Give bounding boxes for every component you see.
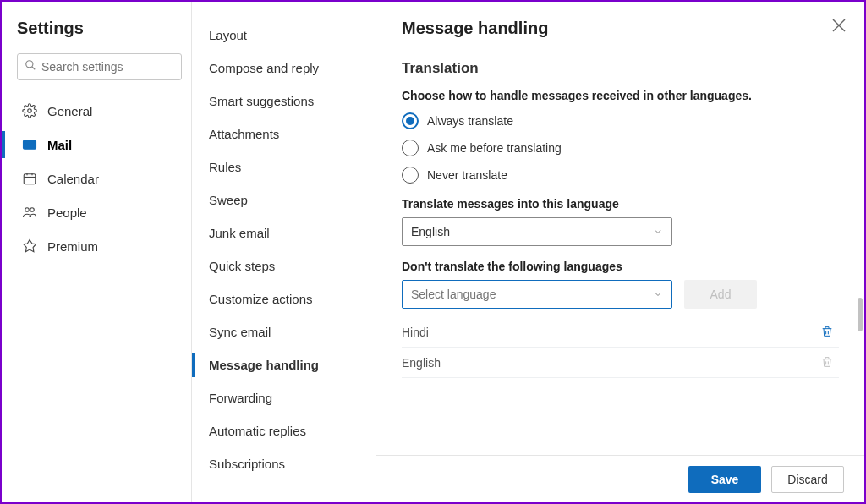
pane-footer: Save Discard — [376, 455, 864, 502]
scrollbar[interactable] — [858, 298, 863, 331]
radio-label: Never translate — [427, 168, 507, 182]
nav-general[interactable]: General — [17, 94, 183, 128]
close-button[interactable] — [832, 19, 846, 32]
nav-label: Mail — [47, 138, 72, 152]
search-input[interactable] — [41, 60, 174, 74]
chevron-down-icon — [653, 289, 663, 299]
sub-message-handling[interactable]: Message handling — [199, 348, 370, 381]
delete-language-button[interactable] — [820, 325, 834, 340]
sub-subscriptions[interactable]: Subscriptions — [199, 447, 370, 480]
add-language-button[interactable]: Add — [684, 280, 757, 309]
sub-junk-email[interactable]: Junk email — [199, 216, 370, 249]
settings-sidebar: Settings General Mail Calendar People Pr… — [2, 2, 192, 502]
language-name: Hindi — [402, 326, 429, 339]
sub-rules[interactable]: Rules — [199, 151, 370, 184]
sub-quick-steps[interactable]: Quick steps — [199, 249, 370, 282]
delete-language-button[interactable] — [820, 355, 834, 370]
content-pane: Message handling Translation Choose how … — [376, 2, 864, 502]
search-settings-field[interactable] — [17, 53, 182, 80]
sub-attachments[interactable]: Attachments — [199, 118, 370, 151]
nav-premium[interactable]: Premium — [17, 229, 183, 263]
nav-label: People — [47, 205, 87, 220]
svg-point-9 — [30, 208, 35, 212]
language-name: English — [402, 356, 441, 370]
translation-instructions: Choose how to handle messages received i… — [402, 89, 839, 102]
sub-automatic-replies[interactable]: Automatic replies — [199, 414, 370, 447]
radio-ask-before[interactable]: Ask me before translating — [402, 140, 839, 156]
list-item: Hindi — [402, 317, 839, 348]
list-item: English — [402, 348, 839, 378]
excluded-languages-list: Hindi English — [402, 317, 839, 378]
sub-sweep[interactable]: Sweep — [199, 184, 370, 216]
search-icon — [25, 59, 36, 74]
save-button[interactable]: Save — [688, 466, 761, 493]
nav-people[interactable]: People — [17, 195, 183, 229]
radio-icon — [402, 167, 419, 184]
sub-smart-suggestions[interactable]: Smart suggestions — [199, 85, 370, 118]
svg-point-2 — [28, 109, 32, 113]
dont-translate-label: Don't translate the following languages — [402, 260, 839, 273]
dropdown-value: English — [411, 225, 450, 238]
nav-mail[interactable]: Mail — [17, 128, 183, 162]
dropdown-placeholder: Select language — [411, 288, 496, 301]
dont-translate-dropdown[interactable]: Select language — [402, 280, 672, 309]
sub-customize-actions[interactable]: Customize actions — [199, 282, 370, 315]
discard-button[interactable]: Discard — [771, 466, 844, 493]
svg-point-0 — [26, 61, 33, 68]
chevron-down-icon — [653, 227, 663, 237]
radio-label: Ask me before translating — [427, 141, 562, 155]
settings-title: Settings — [17, 19, 183, 38]
mail-subnav: Layout Compose and reply Smart suggestio… — [192, 2, 376, 502]
nav-label: Calendar — [47, 172, 99, 186]
sub-forwarding[interactable]: Forwarding — [199, 381, 370, 414]
radio-label: Always translate — [427, 114, 513, 128]
translate-into-dropdown[interactable]: English — [402, 217, 672, 246]
svg-line-1 — [32, 67, 36, 70]
nav-label: Premium — [47, 239, 98, 254]
radio-never-translate[interactable]: Never translate — [402, 167, 839, 184]
nav-label: General — [47, 104, 92, 118]
sub-layout[interactable]: Layout — [199, 19, 370, 52]
svg-point-8 — [25, 208, 30, 212]
translate-into-label: Translate messages into this language — [402, 197, 839, 211]
radio-icon — [402, 140, 419, 156]
radio-icon — [402, 112, 419, 129]
nav-calendar[interactable]: Calendar — [17, 162, 183, 195]
translation-heading: Translation — [402, 60, 839, 77]
svg-rect-4 — [24, 174, 36, 184]
sub-sync-email[interactable]: Sync email — [199, 315, 370, 348]
radio-always-translate[interactable]: Always translate — [402, 112, 839, 129]
sub-compose[interactable]: Compose and reply — [199, 52, 370, 85]
pane-title: Message handling — [402, 19, 854, 38]
